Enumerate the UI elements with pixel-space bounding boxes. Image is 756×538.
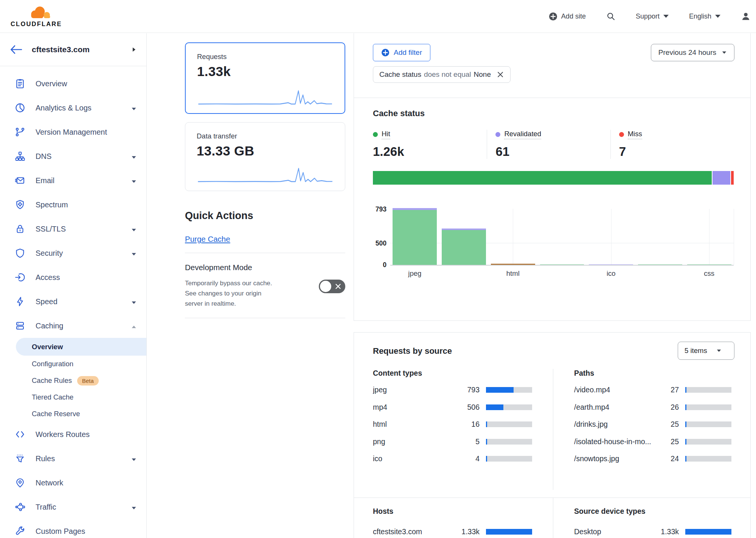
source-row-video-mp4[interactable]: /video.mp427	[574, 381, 731, 399]
x-tick-label: jpeg	[408, 269, 421, 278]
row-bar-fill	[486, 421, 487, 427]
development-mode-title: Development Mode	[185, 263, 345, 272]
sidebar-item-ssl-tls[interactable]: SSL/TLS	[0, 217, 146, 241]
sidebar-item-label: Workers Routes	[36, 430, 90, 439]
access-icon	[14, 272, 26, 283]
security-icon	[14, 247, 26, 259]
sidebar-item-traffic[interactable]: Traffic	[0, 495, 146, 519]
chart-bar-ico	[587, 209, 636, 265]
quick-actions-title: Quick Actions	[185, 210, 345, 222]
plus-circle-icon	[381, 48, 390, 57]
add-site-button[interactable]: Add site	[549, 12, 586, 21]
source-row-mp4[interactable]: mp4506	[373, 399, 532, 416]
source-row-ico[interactable]: ico4	[373, 450, 532, 468]
chevron-down-icon	[131, 104, 137, 112]
source-row-png[interactable]: png5	[373, 433, 532, 451]
source-row-desktop[interactable]: Desktop1.33k	[574, 523, 731, 538]
middle-column: Requests 1.33k Data transfer 13.33 GB Qu…	[147, 33, 354, 538]
beta-badge: Beta	[77, 376, 99, 386]
sidebar-item-label: Spectrum	[36, 201, 68, 209]
source-row-earth-mp4[interactable]: /earth.mp426	[574, 399, 731, 416]
row-bar-track	[486, 421, 532, 427]
row-label: /earth.mp4	[574, 403, 671, 412]
sidebar-item-network[interactable]: Network	[0, 471, 146, 495]
chart-bars	[390, 209, 734, 265]
gridline	[734, 209, 734, 265]
sidebar-item-label: Rules	[36, 454, 55, 463]
bar-segment	[540, 264, 584, 265]
chevron-down-icon	[131, 454, 137, 463]
legend-item-revalidated: Revalidated61	[487, 130, 610, 159]
sidebar-item-access[interactable]: Access	[0, 265, 146, 289]
stacked-bar-segment-hit	[373, 171, 712, 185]
chevron-down-icon	[131, 297, 137, 306]
development-mode-description: Temporarily bypass our cache. See change…	[185, 278, 279, 309]
filter-chip[interactable]: Cache status does not equal None	[373, 66, 511, 83]
legend-label[interactable]: Miss	[628, 130, 642, 139]
sidebar-subitem-label: Configuration	[32, 360, 73, 368]
sidebar-item-email[interactable]: Email	[0, 168, 146, 193]
sidebar-subitem-label: Cache Reserve	[32, 410, 80, 418]
source-row-cftestsite3-com[interactable]: cftestsite3.com1.33k	[373, 523, 532, 538]
source-row-snowtops-jpg[interactable]: /snowtops.jpg24	[574, 450, 731, 468]
sidebar-item-label: Traffic	[36, 503, 56, 512]
row-bar-track	[486, 404, 532, 410]
sidebar-subitem-tiered-cache[interactable]: Tiered Cache	[0, 389, 146, 406]
bar-segment	[687, 264, 731, 265]
sidebar-item-workers-routes[interactable]: Workers Routes	[0, 422, 146, 446]
legend-label[interactable]: Hit	[382, 130, 390, 139]
legend-value: 61	[495, 145, 610, 159]
overview-icon	[14, 78, 26, 89]
requests-summary-card[interactable]: Requests 1.33k	[185, 42, 345, 114]
source-row-jpeg[interactable]: jpeg793	[373, 381, 532, 399]
items-count-select[interactable]: 5 items	[678, 342, 734, 360]
search-button[interactable]	[606, 12, 615, 21]
custom-pages-icon	[14, 526, 26, 537]
cache-status-title: Cache status	[373, 109, 734, 118]
support-menu[interactable]: Support	[636, 12, 669, 20]
sidebar-item-analytics-logs[interactable]: Analytics & Logs	[0, 96, 146, 120]
sidebar-item-label: Caching	[36, 322, 63, 330]
chart-plot-area	[390, 209, 734, 266]
sidebar-item-security[interactable]: Security	[0, 241, 146, 265]
sidebar-item-spectrum[interactable]: Spectrum	[0, 193, 146, 217]
toggle-off-x-icon	[335, 283, 341, 289]
sidebar-item-caching[interactable]: Caching	[0, 314, 146, 338]
legend-item-miss: Miss7	[610, 130, 734, 159]
divider	[185, 253, 345, 253]
sidebar-subitem-cache-reserve[interactable]: Cache Reserve	[0, 406, 146, 422]
source-row-html[interactable]: html16	[373, 416, 532, 433]
sidebar-subitem-cache-rules[interactable]: Cache RulesBeta	[0, 372, 146, 389]
bar-segment	[393, 210, 437, 265]
back-arrow-icon[interactable]	[10, 45, 23, 54]
sidebar-subitem-configuration[interactable]: Configuration	[0, 356, 146, 372]
sidebar-item-custom-pages[interactable]: Custom Pages	[0, 519, 146, 538]
row-bar-fill	[685, 387, 686, 393]
sidebar-subitem-overview[interactable]: Overview	[16, 338, 146, 356]
close-icon[interactable]	[497, 71, 504, 78]
cloudflare-logo[interactable]: CLOUDFLARE	[11, 5, 64, 28]
sidebar-item-dns[interactable]: DNS	[0, 144, 146, 168]
account-menu[interactable]	[741, 11, 751, 21]
source-row-isolated-house-in-mo[interactable]: /isolated-house-in-mo...25	[574, 433, 731, 451]
add-filter-button[interactable]: Add filter	[373, 44, 430, 61]
filter-bar: Add filter Cache status does not equal N…	[354, 33, 750, 98]
language-menu[interactable]: English	[689, 12, 720, 20]
time-range-select[interactable]: Previous 24 hours	[651, 44, 734, 61]
chevron-down-icon	[722, 51, 727, 54]
source-row-drinks-jpg[interactable]: /drinks.jpg25	[574, 416, 731, 433]
sidebar-item-speed[interactable]: Speed	[0, 289, 146, 314]
sidebar-item-overview[interactable]: Overview	[0, 72, 146, 96]
data-transfer-summary-card[interactable]: Data transfer 13.33 GB	[185, 122, 345, 191]
chevron-right-icon[interactable]	[133, 47, 135, 51]
sidebar-item-rules[interactable]: Rules	[0, 446, 146, 471]
filter-chip-value: None	[474, 70, 491, 79]
row-bar-track	[486, 387, 532, 393]
sidebar-item-version-management[interactable]: Version Management	[0, 120, 146, 144]
sidebar-item-label: Speed	[36, 297, 57, 306]
development-mode-toggle[interactable]	[319, 280, 345, 293]
card-value: 13.33 GB	[197, 143, 334, 159]
purge-cache-link[interactable]: Purge Cache	[185, 235, 230, 244]
legend-label[interactable]: Revalidated	[504, 130, 541, 139]
chart-bar-css	[685, 209, 734, 265]
